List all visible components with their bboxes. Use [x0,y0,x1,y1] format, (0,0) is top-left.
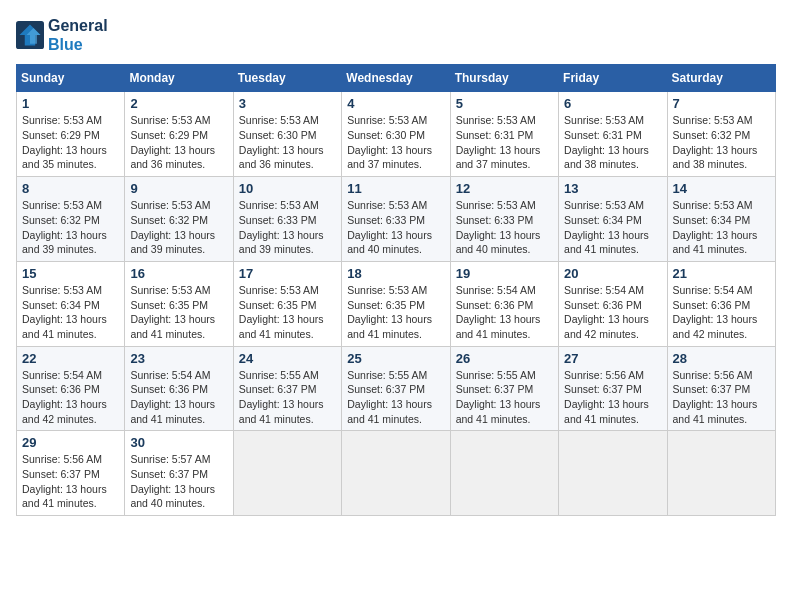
sunset-label: Sunset: 6:37 PM [673,383,751,395]
sunset-label: Sunset: 6:35 PM [130,299,208,311]
calendar-cell: 19 Sunrise: 5:54 AM Sunset: 6:36 PM Dayl… [450,261,558,346]
sunrise-label: Sunrise: 5:53 AM [130,199,210,211]
day-info: Sunrise: 5:56 AM Sunset: 6:37 PM Dayligh… [673,368,770,427]
weekday-header-sunday: Sunday [17,65,125,92]
weekday-header-wednesday: Wednesday [342,65,450,92]
day-number: 7 [673,96,770,111]
daylight-label: Daylight: 13 hours [564,229,649,241]
daylight-minutes: and 41 minutes. [564,243,639,255]
daylight-label: Daylight: 13 hours [673,229,758,241]
daylight-minutes: and 37 minutes. [347,158,422,170]
day-info: Sunrise: 5:53 AM Sunset: 6:29 PM Dayligh… [130,113,227,172]
daylight-label: Daylight: 13 hours [22,229,107,241]
sunrise-label: Sunrise: 5:55 AM [456,369,536,381]
day-number: 14 [673,181,770,196]
day-number: 30 [130,435,227,450]
sunrise-label: Sunrise: 5:53 AM [564,199,644,211]
day-info: Sunrise: 5:53 AM Sunset: 6:30 PM Dayligh… [347,113,444,172]
day-info: Sunrise: 5:54 AM Sunset: 6:36 PM Dayligh… [673,283,770,342]
sunset-label: Sunset: 6:37 PM [456,383,534,395]
sunset-label: Sunset: 6:33 PM [239,214,317,226]
sunrise-label: Sunrise: 5:53 AM [456,199,536,211]
sunrise-label: Sunrise: 5:53 AM [456,114,536,126]
day-number: 19 [456,266,553,281]
weekday-header-friday: Friday [559,65,667,92]
day-info: Sunrise: 5:54 AM Sunset: 6:36 PM Dayligh… [564,283,661,342]
sunrise-label: Sunrise: 5:55 AM [239,369,319,381]
logo-icon [16,21,44,49]
calendar-cell: 9 Sunrise: 5:53 AM Sunset: 6:32 PM Dayli… [125,177,233,262]
daylight-label: Daylight: 13 hours [130,398,215,410]
sunrise-label: Sunrise: 5:53 AM [130,284,210,296]
calendar-cell: 23 Sunrise: 5:54 AM Sunset: 6:36 PM Dayl… [125,346,233,431]
sunrise-label: Sunrise: 5:53 AM [239,114,319,126]
day-info: Sunrise: 5:55 AM Sunset: 6:37 PM Dayligh… [347,368,444,427]
sunset-label: Sunset: 6:31 PM [456,129,534,141]
daylight-label: Daylight: 13 hours [130,483,215,495]
sunset-label: Sunset: 6:34 PM [564,214,642,226]
sunset-label: Sunset: 6:33 PM [456,214,534,226]
daylight-minutes: and 40 minutes. [347,243,422,255]
day-number: 15 [22,266,119,281]
daylight-label: Daylight: 13 hours [347,313,432,325]
daylight-label: Daylight: 13 hours [564,144,649,156]
day-info: Sunrise: 5:54 AM Sunset: 6:36 PM Dayligh… [456,283,553,342]
sunrise-label: Sunrise: 5:55 AM [347,369,427,381]
day-info: Sunrise: 5:53 AM Sunset: 6:33 PM Dayligh… [239,198,336,257]
calendar-cell: 24 Sunrise: 5:55 AM Sunset: 6:37 PM Dayl… [233,346,341,431]
daylight-label: Daylight: 13 hours [456,313,541,325]
day-number: 5 [456,96,553,111]
sunset-label: Sunset: 6:37 PM [239,383,317,395]
day-info: Sunrise: 5:53 AM Sunset: 6:34 PM Dayligh… [564,198,661,257]
daylight-minutes: and 37 minutes. [456,158,531,170]
weekday-header-saturday: Saturday [667,65,775,92]
daylight-label: Daylight: 13 hours [239,313,324,325]
sunset-label: Sunset: 6:32 PM [22,214,100,226]
calendar-cell: 27 Sunrise: 5:56 AM Sunset: 6:37 PM Dayl… [559,346,667,431]
day-info: Sunrise: 5:53 AM Sunset: 6:30 PM Dayligh… [239,113,336,172]
day-number: 1 [22,96,119,111]
sunrise-label: Sunrise: 5:53 AM [22,284,102,296]
sunrise-label: Sunrise: 5:53 AM [239,284,319,296]
sunset-label: Sunset: 6:32 PM [673,129,751,141]
calendar-cell: 12 Sunrise: 5:53 AM Sunset: 6:33 PM Dayl… [450,177,558,262]
sunset-label: Sunset: 6:36 PM [673,299,751,311]
sunrise-label: Sunrise: 5:54 AM [673,284,753,296]
day-number: 29 [22,435,119,450]
sunrise-label: Sunrise: 5:53 AM [22,199,102,211]
calendar-cell: 20 Sunrise: 5:54 AM Sunset: 6:36 PM Dayl… [559,261,667,346]
sunset-label: Sunset: 6:29 PM [130,129,208,141]
daylight-label: Daylight: 13 hours [239,144,324,156]
daylight-label: Daylight: 13 hours [22,313,107,325]
day-number: 9 [130,181,227,196]
weekday-header-monday: Monday [125,65,233,92]
calendar-cell: 4 Sunrise: 5:53 AM Sunset: 6:30 PM Dayli… [342,92,450,177]
sunset-label: Sunset: 6:35 PM [239,299,317,311]
daylight-minutes: and 36 minutes. [130,158,205,170]
logo-blue: Blue [48,36,83,53]
sunset-label: Sunset: 6:31 PM [564,129,642,141]
sunrise-label: Sunrise: 5:53 AM [347,114,427,126]
daylight-minutes: and 41 minutes. [673,243,748,255]
day-number: 27 [564,351,661,366]
calendar-cell: 16 Sunrise: 5:53 AM Sunset: 6:35 PM Dayl… [125,261,233,346]
sunset-label: Sunset: 6:35 PM [347,299,425,311]
day-number: 16 [130,266,227,281]
daylight-minutes: and 42 minutes. [22,413,97,425]
daylight-label: Daylight: 13 hours [456,229,541,241]
day-info: Sunrise: 5:53 AM Sunset: 6:33 PM Dayligh… [347,198,444,257]
sunset-label: Sunset: 6:37 PM [347,383,425,395]
sunrise-label: Sunrise: 5:53 AM [239,199,319,211]
page-header: General Blue [16,16,776,54]
daylight-minutes: and 41 minutes. [22,328,97,340]
day-number: 6 [564,96,661,111]
day-info: Sunrise: 5:56 AM Sunset: 6:37 PM Dayligh… [564,368,661,427]
calendar-cell: 17 Sunrise: 5:53 AM Sunset: 6:35 PM Dayl… [233,261,341,346]
daylight-label: Daylight: 13 hours [347,398,432,410]
calendar-cell: 5 Sunrise: 5:53 AM Sunset: 6:31 PM Dayli… [450,92,558,177]
day-info: Sunrise: 5:53 AM Sunset: 6:35 PM Dayligh… [239,283,336,342]
daylight-label: Daylight: 13 hours [456,398,541,410]
day-info: Sunrise: 5:54 AM Sunset: 6:36 PM Dayligh… [22,368,119,427]
daylight-minutes: and 36 minutes. [239,158,314,170]
sunset-label: Sunset: 6:29 PM [22,129,100,141]
